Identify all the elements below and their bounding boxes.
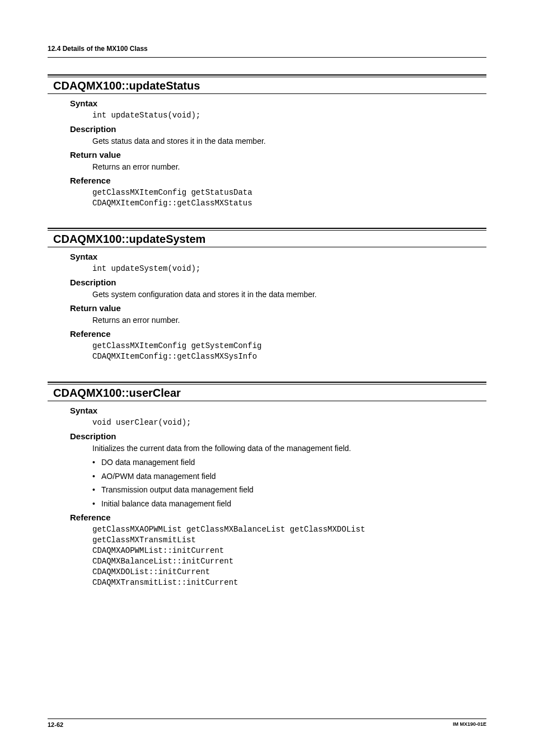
code-block: int updateSystem(void); [92,264,486,274]
footer-page-number: 12-62 [48,721,63,728]
code-line: void userClear(void); [92,417,486,428]
list-item: DO data management field [92,457,486,468]
code-block: getClassMXAOPWMList getClassMXBalanceLis… [92,524,486,588]
subheading: Return value [70,150,486,159]
bullet-list: DO data management fieldAO/PWM data mana… [92,457,486,510]
section-title-rule [48,247,486,247]
code-line: int updateSystem(void); [92,264,486,274]
section-top-rule [48,74,486,76]
subheading: Syntax [70,252,486,261]
body-text: Returns an error number. [92,162,486,172]
code-block: getClassMXItemConfig getStatusDataCDAQMX… [92,187,486,209]
footer-rule [48,719,486,719]
list-item: Initial balance data management field [92,499,486,509]
section-thin-rule [48,77,486,77]
subheading: Return value [70,303,486,313]
list-item: AO/PWM data management field [92,471,486,482]
code-block: int updateStatus(void); [92,110,486,121]
section-title: CDAQMX100::updateSystem [48,233,486,246]
list-item: Transmission output data management fiel… [92,485,486,495]
section-title-rule [48,401,486,401]
section-title-rule [48,93,486,94]
subheading: Syntax [70,406,486,415]
code-line: CDAQMXItemConfig::getClassMXSysInfo [92,351,486,362]
subheading: Reference [70,513,486,522]
section: CDAQMX100::updateSystemSyntaxint updateS… [48,228,486,361]
section-title: CDAQMX100::updateStatus [48,79,486,92]
footer-doc-id: IM MX190-01E [453,721,486,728]
header-rule [48,57,486,58]
body-text: Returns an error number. [92,315,486,326]
code-block: getClassMXItemConfig getSystemConfigCDAQ… [92,341,486,362]
page-footer: 12-62 IM MX190-01E [48,719,486,728]
subheading: Reference [70,176,486,185]
code-line: CDAQMXAOPWMList::initCurrent [92,546,486,556]
code-line: getClassMXItemConfig getSystemConfig [92,341,486,351]
section: CDAQMX100::userClearSyntaxvoid userClear… [48,382,486,588]
code-line: getClassMXItemConfig getStatusData [92,187,486,198]
subheading: Reference [70,329,486,339]
body-text: Gets status data and stores it in the da… [92,136,486,147]
subheading: Description [70,431,486,441]
code-block: void userClear(void); [92,417,486,428]
body-text: Gets system configuration data and store… [92,289,486,300]
code-line: int updateStatus(void); [92,110,486,121]
code-line: CDAQMXBalanceList::initCurrent [92,556,486,567]
subheading: Description [70,278,486,287]
section-thin-rule [48,230,486,231]
subheading: Syntax [70,98,486,108]
code-line: CDAQMXDOList::initCurrent [92,567,486,577]
code-line: CDAQMXTransmitList::initCurrent [92,577,486,588]
code-line: getClassMXAOPWMList getClassMXBalanceLis… [92,524,486,535]
header-title: 12.4 Details of the MX100 Class [48,45,148,53]
code-line: getClassMXTransmitList [92,535,486,546]
code-line: CDAQMXItemConfig::getClassMXStatus [92,198,486,209]
sections-container: CDAQMX100::updateStatusSyntaxint updateS… [48,74,486,588]
section-top-rule [48,228,486,229]
section: CDAQMX100::updateStatusSyntaxint updateS… [48,74,486,208]
subheading: Description [70,124,486,134]
page-header: 12.4 Details of the MX100 Class [48,45,486,53]
section-top-rule [48,382,486,383]
section-title: CDAQMX100::userClear [48,387,486,400]
section-thin-rule [48,384,486,384]
body-text: Initializes the current data from the fo… [92,443,486,454]
footer-text: 12-62 IM MX190-01E [48,721,486,728]
